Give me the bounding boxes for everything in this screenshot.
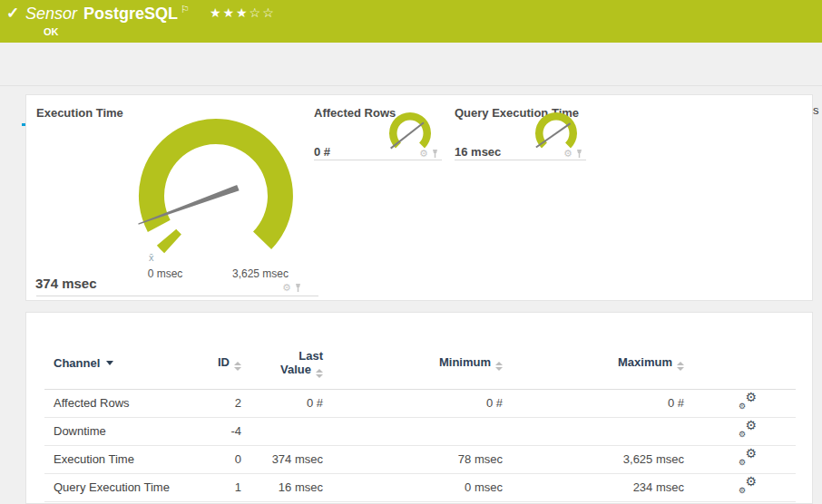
channel-name[interactable]: Downtime [44,417,190,445]
affected-rows-gauge-value: 0 # [314,145,330,159]
query-execution-time-gauge-value: 16 msec [455,145,501,159]
sort-caret-icon [106,361,113,365]
channel-minimum: 0 msec [330,473,510,501]
channel-minimum: 78 msec [330,445,510,473]
sort-arrows-icon [316,369,323,378]
channel-settings-icon[interactable]: ⚙⚙ [739,450,757,466]
channel-id: 0 [190,445,249,473]
priority-stars[interactable]: ★★★☆☆ [210,5,276,20]
average-marker: x̄ [149,252,154,263]
prtg-sensor-page: ✓ SensorPostgreSQL⚐★★★☆☆ OK Overview ((•… [0,0,822,504]
main-gauge-min-label: 0 msec [138,267,192,280]
divider [455,160,586,160]
channel-last-value: 0 # [249,389,330,417]
channels-panel: Channel ID Last Value Minimum Maximum [25,312,813,504]
channel-name[interactable]: Query Execution Time [44,473,190,501]
sort-arrows-icon [677,362,684,371]
table-row: Query Execution Time 1 16 msec 0 msec 23… [44,473,796,501]
sort-arrows-icon [234,362,241,371]
table-header-row: Channel ID Last Value Minimum Maximum [44,338,796,389]
column-header-minimum[interactable]: Minimum [330,338,510,389]
pin-icon[interactable] [431,149,439,159]
table-row: Affected Rows 2 0 # 0 # 0 # ⚙⚙ [44,389,796,417]
channel-maximum [510,417,691,445]
channel-name[interactable]: Execution Time [44,445,190,473]
status-check-icon: ✓ [6,4,19,23]
divider [314,160,442,160]
divider [36,296,318,296]
affected-rows-gauge-actions: ⚙ [419,149,439,159]
channel-name[interactable]: Affected Rows [44,389,190,417]
channel-maximum: 234 msec [510,473,691,501]
channel-id: -4 [190,417,249,445]
pin-icon[interactable] [575,149,583,159]
priority-flag-icon[interactable]: ⚐ [181,4,190,15]
tab-bar: Overview ((•)) Live Data 2 days 30 days … [0,43,822,86]
sensor-type-label: Sensor [25,5,77,23]
column-header-last-value[interactable]: Last Value [249,338,330,389]
main-gauge-title: Execution Time [36,106,123,120]
main-gauge-value: 374 msec [35,276,97,291]
main-gauge-actions: ⚙ [282,283,302,293]
channel-gear-icon[interactable]: ⚙ [282,283,291,293]
channel-minimum [330,417,510,445]
pin-icon[interactable] [294,283,302,293]
channel-settings-icon[interactable]: ⚙⚙ [739,393,757,410]
execution-time-gauge: x̄ [134,104,307,272]
status-badge: OK [44,26,59,37]
channel-maximum: 3,625 msec [510,445,691,473]
table-row: Downtime -4 ⚙⚙ [44,417,796,445]
channel-gear-icon[interactable]: ⚙ [563,149,572,159]
channel-id: 1 [190,473,249,501]
channel-last-value: 374 msec [249,445,330,473]
column-header-channel[interactable]: Channel [44,338,190,389]
column-header-maximum[interactable]: Maximum [510,338,691,389]
gauges-panel: Execution Time x̄ 0 msec 3,625 msec 374 … [25,94,813,301]
channel-maximum: 0 # [510,389,691,417]
table-row: Execution Time 0 374 msec 78 msec 3,625 … [44,445,796,473]
page-title: SensorPostgreSQL⚐★★★☆☆ [25,4,276,24]
affected-rows-gauge-title: Affected Rows [314,106,396,120]
channel-settings-icon[interactable]: ⚙⚙ [739,422,757,438]
channel-last-value: 16 msec [249,473,330,501]
channel-settings-icon[interactable]: ⚙⚙ [739,478,757,494]
sensor-header: ✓ SensorPostgreSQL⚐★★★☆☆ OK [0,0,822,43]
sensor-name: PostgreSQL [83,5,178,23]
channel-gear-icon[interactable]: ⚙ [419,149,428,159]
column-header-id[interactable]: ID [190,338,249,389]
channel-minimum: 0 # [330,389,510,417]
channel-id: 2 [190,389,249,417]
main-gauge-max-label: 3,625 msec [224,267,297,280]
query-execution-time-gauge-actions: ⚙ [563,149,583,159]
channel-last-value [249,417,330,445]
sort-arrows-icon [495,362,503,371]
channels-table: Channel ID Last Value Minimum Maximum [44,338,796,502]
